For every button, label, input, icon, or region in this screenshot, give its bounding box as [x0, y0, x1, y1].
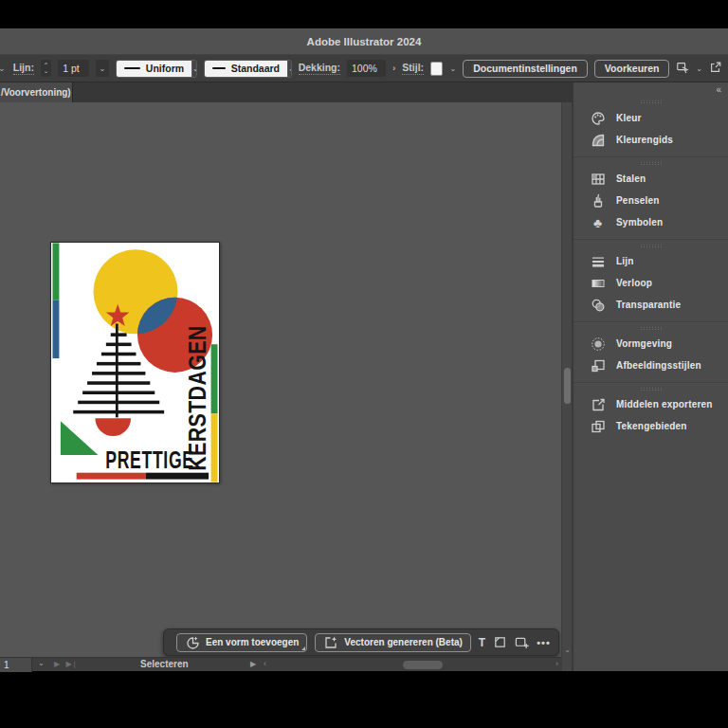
vertical-scrollbar[interactable]: ⌄	[561, 102, 573, 671]
stroke-stepper[interactable]: ⌃⌄	[41, 60, 51, 77]
opacity-label[interactable]: Dekking:	[299, 62, 340, 75]
right-yellow-bar	[211, 413, 218, 482]
panel-item-kleur[interactable]: Kleur	[573, 107, 728, 129]
drag-handle-icon[interactable]	[640, 326, 663, 330]
panel-item-lijn[interactable]: Lijn	[573, 250, 728, 272]
width-profile-dropdown[interactable]: Uniform ⌄	[116, 60, 197, 78]
panel-item-tekengebieden[interactable]: Tekengebieden	[573, 415, 728, 437]
style-dropdown-icon[interactable]: ⌄	[449, 64, 456, 73]
generate-vectors-icon	[323, 635, 338, 650]
artboard-nav-icons[interactable]: ▶ ▶|	[54, 660, 78, 668]
artboard-tool-icon[interactable]	[493, 634, 507, 650]
panel-item-symbolen[interactable]: ♣ Symbolen	[573, 211, 728, 233]
gradient-icon	[590, 275, 606, 291]
bottom-red-bar	[77, 473, 146, 480]
artboard-poster[interactable]: PRETTIGE KERSTDAGEN	[50, 242, 220, 483]
control-bar: ⌄ Lijn: ⌃⌄ 1 pt ⌄ Uniform ⌄ Standaard ⌄ …	[0, 55, 728, 82]
drag-handle-icon[interactable]	[640, 387, 663, 391]
export-assets-icon	[590, 396, 606, 412]
title-bar: Adobe Illustrator 2024	[0, 28, 728, 55]
panel-group-export: Middelen exporteren Tekengebieden	[573, 382, 728, 441]
arrange-documents-icon[interactable]	[676, 61, 689, 76]
document-settings-button[interactable]: Documentinstellingen	[463, 60, 588, 78]
brush-definition-dropdown[interactable]: Standaard ⌄	[204, 60, 292, 78]
panel-group-stroke: Lijn Verloop Transparantie	[573, 239, 728, 319]
stroke-width-dropdown[interactable]: ⌄	[96, 60, 109, 77]
appearance-icon	[590, 336, 606, 352]
add-shape-button[interactable]: Een vorm toevoegen	[176, 633, 307, 652]
panel-item-kleurengids[interactable]: Kleurengids	[573, 129, 728, 151]
panel-item-vormgeving[interactable]: Vormgeving	[573, 333, 728, 355]
add-shape-icon	[185, 635, 200, 650]
preferences-button[interactable]: Voorkeuren	[594, 60, 670, 78]
status-flyout-icon[interactable]: ▶	[250, 660, 256, 668]
panel-item-transparantie[interactable]: Transparantie	[573, 294, 728, 316]
color-icon	[590, 110, 606, 126]
document-tab-bar: /Voorvertoning)	[0, 82, 573, 102]
artboards-icon	[590, 418, 606, 434]
left-blue-bar	[52, 300, 59, 358]
artboard-dropdown-icon[interactable]: ⌄	[38, 659, 45, 667]
scroll-down-icon[interactable]: ⌄	[563, 646, 572, 654]
width-profile-value: Uniform	[146, 63, 184, 74]
window-title: Adobe Illustrator 2024	[307, 36, 422, 47]
collapse-dock-icon[interactable]: «	[716, 84, 720, 95]
vertical-scrollbar-thumb[interactable]	[564, 368, 571, 404]
right-green-bar	[211, 344, 218, 413]
panel-item-stalen[interactable]: Stalen	[573, 168, 728, 190]
canvas[interactable]: PRETTIGE KERSTDAGEN Een vorm toevoegen V…	[0, 102, 561, 657]
panel-item-verloop[interactable]: Verloop	[573, 272, 728, 294]
style-label[interactable]: Stijl:	[402, 62, 424, 75]
drag-handle-icon[interactable]	[640, 161, 663, 165]
opacity-flyout-icon[interactable]: ›	[392, 64, 395, 73]
share-icon[interactable]	[709, 61, 722, 76]
symbols-icon: ♣	[590, 214, 606, 230]
generate-vectors-button[interactable]: Vectoren genereren (Beta)	[315, 633, 471, 652]
contextual-task-bar: Een vorm toevoegen Vectoren genereren (B…	[163, 628, 559, 656]
brush-value: Standaard	[231, 63, 280, 74]
more-options-icon[interactable]: •••	[537, 637, 551, 648]
horizontal-scrollbar-thumb[interactable]	[403, 661, 443, 669]
poster-text-vertical: KERSTDAGEN	[182, 325, 210, 470]
chevron-down-icon: ⌄	[191, 61, 197, 77]
app-window: Adobe Illustrator 2024 ⌄ Lijn: ⌃⌄ 1 pt ⌄…	[0, 0, 728, 728]
status-bar: 1 ⌄ ▶ ▶| Selecteren ▶ ‹ ›	[0, 657, 561, 671]
poster-artwork: PRETTIGE KERSTDAGEN	[51, 243, 219, 482]
panel-group-appearance: Vormgeving Afbeeldingsstijlen	[573, 321, 728, 380]
stroke-width-field[interactable]: 1 pt	[58, 60, 89, 77]
chevron-down-icon[interactable]: ⌄	[0, 64, 7, 73]
drag-handle-icon[interactable]	[640, 244, 663, 247]
transparency-icon	[590, 297, 606, 313]
poster-text-horizontal: PRETTIGE	[105, 446, 193, 474]
color-guide-icon	[590, 132, 606, 148]
scroll-right-icon[interactable]: ›	[555, 659, 558, 668]
chevron-down-icon[interactable]: ⌄	[696, 64, 702, 73]
stroke-label[interactable]: Lijn:	[13, 62, 34, 75]
scroll-left-icon[interactable]: ‹	[264, 659, 266, 668]
current-tool-label: Selecteren	[140, 659, 189, 669]
drag-handle-icon[interactable]	[640, 100, 663, 103]
chevron-down-icon: ⌄	[287, 61, 292, 77]
type-tool-icon[interactable]: T	[479, 634, 485, 650]
left-green-bar	[52, 243, 59, 300]
brushes-icon	[590, 192, 606, 209]
document-tab-label: /Voorvertoning)	[1, 87, 71, 98]
export-image-icon[interactable]	[515, 634, 529, 650]
panel-group-swatches: Stalen Penselen ♣ Symbolen	[573, 156, 728, 237]
panel-dock: « Kleur Kleurengids	[573, 82, 728, 671]
bottom-black-bar	[146, 473, 209, 480]
flyout-corner-icon	[301, 646, 305, 650]
basic-brush-icon	[212, 67, 226, 69]
style-swatch[interactable]	[430, 62, 443, 76]
graphic-styles-icon	[590, 357, 606, 373]
uniform-stroke-icon	[124, 67, 140, 70]
panel-item-afbeeldingsstijlen[interactable]: Afbeeldingsstijlen	[573, 355, 728, 376]
panel-item-penselen[interactable]: Penselen	[573, 190, 728, 211]
stroke-icon	[590, 253, 606, 269]
panel-item-middelen-exporteren[interactable]: Middelen exporteren	[573, 393, 728, 415]
document-tab[interactable]: /Voorvertoning)	[0, 82, 73, 102]
opacity-field[interactable]: 100%	[347, 60, 386, 77]
swatches-icon	[590, 171, 606, 187]
artboard-number-field[interactable]: 1	[0, 658, 32, 672]
panel-group-color: Kleur Kleurengids	[573, 96, 728, 155]
